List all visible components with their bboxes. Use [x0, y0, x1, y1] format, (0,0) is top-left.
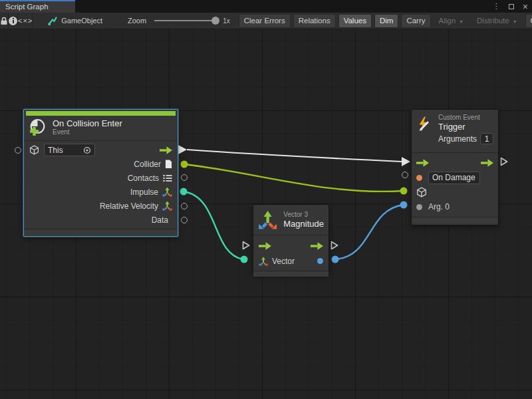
distribute-dropdown[interactable]: Distribute▼: [471, 14, 523, 28]
port-label-arg0: Arg. 0: [428, 202, 450, 211]
arguments-count-field[interactable]: 1: [480, 133, 493, 144]
dim-toggle[interactable]: Dim: [374, 14, 398, 28]
node-trigger-custom-event[interactable]: Custom Event Trigger Arguments 1: [411, 109, 499, 225]
gameobject-cube-icon: [416, 187, 427, 198]
tab-bar: Script Graph ⋮ ×: [0, 0, 532, 13]
vector3-type-icon: [259, 257, 268, 266]
collision-event-icon: [29, 118, 47, 136]
node-supertitle: Vector 3: [283, 211, 324, 219]
port-label-contacts: Contacts: [128, 174, 159, 183]
flow-in-arrow-icon[interactable]: [259, 242, 271, 250]
node-title: Trigger: [438, 122, 493, 132]
arg0-port-dot-inner[interactable]: [416, 204, 422, 210]
target-port-dot[interactable]: [400, 188, 408, 195]
overview-button[interactable]: Overview: [525, 14, 532, 28]
wire-impulse-to-vector[interactable]: [184, 192, 243, 259]
carry-button[interactable]: Carry: [401, 14, 430, 28]
graph-toolbar: <×> GameObject Zoom 1x Clear Errors Rela…: [0, 13, 532, 29]
flow-out-arrow-icon[interactable]: [481, 159, 493, 167]
collider-port-dot[interactable]: [181, 161, 188, 168]
node-subtitle: Event: [53, 128, 122, 136]
node-footer: [253, 271, 329, 277]
vector3-icon: [258, 210, 277, 230]
tab-title: Script Graph: [5, 3, 49, 11]
window-menu-icon[interactable]: ⋮: [493, 3, 500, 10]
port-label-data: Data: [152, 215, 168, 225]
event-name-value: On Damage: [432, 173, 475, 182]
vector3-type-icon: [162, 201, 172, 211]
target-object-value: This: [48, 146, 63, 155]
zoom-slider[interactable]: [154, 20, 215, 21]
script-graph-window: Script Graph ⋮ × <×> GameObject: [0, 0, 532, 399]
relations-button[interactable]: Relations: [293, 14, 336, 28]
arguments-label: Arguments: [438, 134, 477, 144]
align-dropdown[interactable]: Align▼: [434, 14, 469, 28]
target-input-port[interactable]: [15, 147, 21, 154]
flow-out-arrow-icon[interactable]: [160, 146, 172, 154]
zoom-slider-handle[interactable]: [211, 17, 219, 25]
contacts-output-port[interactable]: [181, 174, 188, 181]
code-view-button[interactable]: <×>: [18, 13, 33, 29]
trigger-flow-out-port[interactable]: [500, 157, 508, 166]
lock-icon: [0, 17, 8, 25]
node-title: On Collision Enter: [53, 118, 122, 128]
port-label-collider: Collider: [134, 160, 161, 169]
data-output-port[interactable]: [181, 217, 188, 223]
node-title: Magnitude: [283, 219, 324, 229]
object-picker-icon[interactable]: [83, 146, 91, 154]
tab-script-graph[interactable]: Script Graph: [0, 0, 75, 13]
float-output-dot[interactable]: [317, 258, 323, 264]
node-vector3-magnitude[interactable]: Vector 3 Magnitude Vector: [253, 204, 329, 275]
arg0-port-dot[interactable]: [400, 201, 408, 209]
chevron-down-icon: ▼: [459, 19, 464, 24]
clear-errors-button[interactable]: Clear Errors: [239, 14, 291, 28]
flow-in-port-arrowhead[interactable]: [402, 157, 410, 166]
values-toggle[interactable]: Values: [338, 14, 372, 28]
zoom-value: 1x: [223, 17, 230, 25]
custom-event-icon: [416, 116, 432, 134]
graph-owner-icon: [48, 16, 57, 25]
event-accent-bar: [26, 111, 176, 116]
flow-out-arrow-icon[interactable]: [311, 242, 323, 250]
graph-canvas[interactable]: On Collision Enter Event This: [0, 29, 532, 399]
port-label-impulse: Impulse: [130, 188, 158, 197]
vector3-type-icon: [162, 187, 172, 197]
zoom-label: Zoom: [128, 17, 146, 25]
port-label-vector: Vector: [272, 257, 295, 266]
wire-collider-to-target[interactable]: [184, 164, 403, 192]
relative-velocity-output-port[interactable]: [181, 203, 188, 209]
code-icon: <×>: [18, 17, 33, 25]
inspect-button[interactable]: [9, 13, 18, 29]
flow-out-port-triangle[interactable]: [178, 145, 187, 154]
event-name-port-dot[interactable]: [416, 175, 422, 181]
magnitude-out-port-dot[interactable]: [332, 256, 339, 263]
event-name-field[interactable]: On Damage: [428, 172, 480, 184]
maximize-icon[interactable]: [509, 4, 514, 9]
close-icon[interactable]: ×: [523, 2, 528, 11]
node-footer: [24, 229, 178, 235]
magnitude-flow-in-port[interactable]: [242, 241, 250, 250]
target-object-field[interactable]: This: [44, 144, 95, 156]
node-supertitle: Custom Event: [438, 114, 493, 122]
lock-button[interactable]: [0, 13, 9, 29]
gameobject-cube-icon: [29, 145, 39, 155]
info-icon: [9, 17, 17, 25]
chevron-down-icon: ▼: [513, 19, 517, 24]
graph-owner-label[interactable]: GameObject: [61, 17, 102, 25]
wire-flow[interactable]: [187, 150, 402, 162]
port-label-relative-velocity: Relative Velocity: [100, 201, 158, 211]
wire-magnitude-to-arg0[interactable]: [335, 205, 403, 259]
arguments-count-value: 1: [485, 134, 489, 144]
collider-type-icon: [165, 160, 172, 169]
flow-in-arrow-icon[interactable]: [416, 159, 429, 167]
list-type-icon: [163, 174, 172, 182]
event-name-input-port[interactable]: [402, 172, 408, 178]
magnitude-flow-out-port[interactable]: [331, 241, 338, 250]
impulse-port-dot[interactable]: [180, 188, 188, 196]
node-footer: [412, 217, 498, 223]
vector-in-port-dot[interactable]: [241, 256, 248, 263]
node-on-collision-enter[interactable]: On Collision Enter Event This: [23, 109, 178, 237]
